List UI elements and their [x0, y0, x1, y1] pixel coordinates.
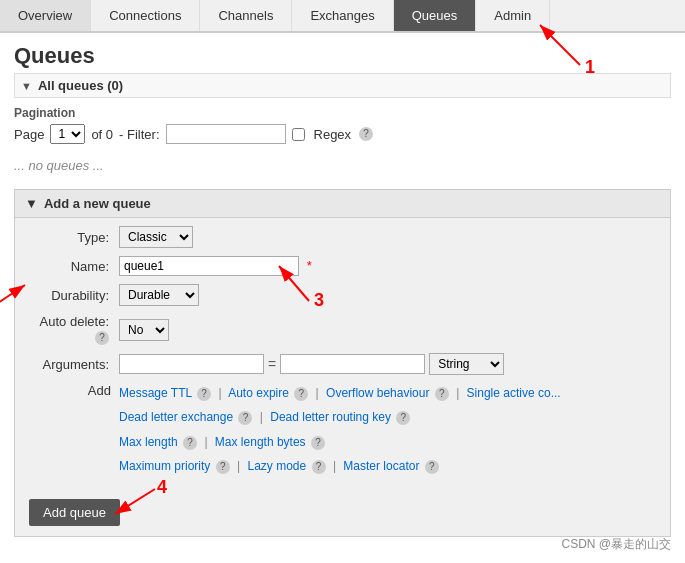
no-queues-message: ... no queues ... [14, 154, 671, 177]
add-queue-section: ▼ Add a new queue 2 Type: [14, 189, 671, 537]
args-value-input[interactable] [280, 354, 425, 374]
top-navigation: Overview Connections Channels Exchanges … [0, 0, 685, 33]
pagination-label: Pagination [14, 106, 671, 120]
page-title: Queues [14, 43, 671, 69]
all-queues-header[interactable]: ▼ All queues (0) [14, 73, 671, 98]
shortcut-message-ttl[interactable]: Message TTL [119, 386, 192, 400]
shortcut-auto-expire[interactable]: Auto expire [228, 386, 289, 400]
type-control: Classic Quorum [119, 226, 193, 248]
pagination-row: Page 1 of 0 - Filter: Regex ? [14, 124, 671, 144]
shortcut-overflow[interactable]: Overflow behaviour [326, 386, 429, 400]
watermark: CSDN @暴走的山交 [561, 536, 671, 553]
sep1: | [218, 386, 221, 400]
add-links-row1: Add Message TTL ? | Auto expire ? | Over… [29, 383, 656, 403]
durability-label: Durability: [29, 288, 119, 303]
auto-expire-help-icon[interactable]: ? [294, 387, 308, 401]
all-queues-label: All queues (0) [38, 78, 123, 93]
sep6: | [237, 459, 240, 473]
add-link-items-row3: Max length ? | Max length bytes ? [119, 432, 656, 452]
sep5: | [204, 435, 207, 449]
name-row: Name: * 3 [29, 256, 656, 276]
add-queue-btn-row: Add queue 4 [15, 489, 670, 536]
overflow-help-icon[interactable]: ? [435, 387, 449, 401]
durability-row: Durability: Durable Transient [29, 284, 656, 306]
max-length-bytes-help-icon[interactable]: ? [311, 436, 325, 450]
auto-delete-help-icon[interactable]: ? [95, 331, 109, 345]
page-label: Page [14, 127, 44, 142]
name-label: Name: [29, 259, 119, 274]
regex-label: Regex [314, 127, 352, 142]
durability-control: Durable Transient [119, 284, 199, 306]
max-priority-help-icon[interactable]: ? [216, 460, 230, 474]
arguments-inputs: = String Number Boolean [119, 353, 504, 375]
nav-queues[interactable]: Queues [394, 0, 477, 31]
add-link-items-row4: Maximum priority ? | Lazy mode ? | Maste… [119, 456, 656, 476]
add-queue-collapse-icon: ▼ [25, 196, 38, 211]
sep3: | [456, 386, 459, 400]
max-length-help-icon[interactable]: ? [183, 436, 197, 450]
auto-delete-select[interactable]: No Yes [119, 319, 169, 341]
regex-checkbox[interactable] [292, 128, 305, 141]
type-row: Type: Classic Quorum [29, 226, 656, 248]
add-queue-button[interactable]: Add queue [29, 499, 120, 526]
shortcut-max-length[interactable]: Max length [119, 435, 178, 449]
durability-select[interactable]: Durable Transient [119, 284, 199, 306]
shortcut-dead-letter-routing[interactable]: Dead letter routing key [270, 410, 391, 424]
lazy-mode-help-icon[interactable]: ? [312, 460, 326, 474]
sep2: | [316, 386, 319, 400]
dle-help-icon[interactable]: ? [238, 411, 252, 425]
add-shortcut-label: Add [29, 383, 119, 398]
nav-overview[interactable]: Overview [0, 0, 91, 31]
type-select[interactable]: Classic Quorum [119, 226, 193, 248]
main-content: Queues ▼ All queues (0) Pagination Page … [0, 33, 685, 547]
shortcut-max-length-bytes[interactable]: Max length bytes [215, 435, 306, 449]
auto-delete-control: No Yes [119, 319, 169, 341]
nav-channels[interactable]: Channels [200, 0, 292, 31]
add-queue-header[interactable]: ▼ Add a new queue [15, 190, 670, 218]
form-body: Type: Classic Quorum Name: * [15, 218, 670, 489]
pagination-section: Pagination Page 1 of 0 - Filter: Regex ? [14, 106, 671, 144]
type-label: Type: [29, 230, 119, 245]
add-link-items-row1: Message TTL ? | Auto expire ? | Overflow… [119, 383, 656, 403]
nav-exchanges[interactable]: Exchanges [292, 0, 393, 31]
sep4: | [260, 410, 263, 424]
arguments-label: Arguments: [29, 357, 119, 372]
add-links-row2: Dead letter exchange ? | Dead letter rou… [29, 407, 656, 427]
collapse-arrow-icon: ▼ [21, 80, 32, 92]
regex-help-icon[interactable]: ? [359, 127, 373, 141]
shortcut-single-active[interactable]: Single active co... [467, 386, 561, 400]
shortcut-max-priority[interactable]: Maximum priority [119, 459, 210, 473]
auto-delete-row: Auto delete: ? No Yes [29, 314, 656, 345]
args-type-select[interactable]: String Number Boolean [429, 353, 504, 375]
required-star: * [307, 258, 312, 273]
equals-sign: = [268, 356, 276, 372]
master-locator-help-icon[interactable]: ? [425, 460, 439, 474]
filter-input[interactable] [166, 124, 286, 144]
shortcut-dead-letter-exchange[interactable]: Dead letter exchange [119, 410, 233, 424]
shortcut-master-locator[interactable]: Master locator [343, 459, 419, 473]
nav-connections[interactable]: Connections [91, 0, 200, 31]
of-label: of 0 [91, 127, 113, 142]
args-key-input[interactable] [119, 354, 264, 374]
name-control: * [119, 256, 312, 276]
page-select[interactable]: 1 [50, 124, 85, 144]
auto-delete-label: Auto delete: ? [29, 314, 119, 345]
name-input[interactable] [119, 256, 299, 276]
message-ttl-help-icon[interactable]: ? [197, 387, 211, 401]
nav-admin[interactable]: Admin [476, 0, 550, 31]
add-links-row4: Maximum priority ? | Lazy mode ? | Maste… [29, 456, 656, 476]
arguments-row: Arguments: = String Number Boolean [29, 353, 656, 375]
filter-label: - Filter: [119, 127, 159, 142]
add-links-row3: Max length ? | Max length bytes ? [29, 432, 656, 452]
add-link-items-row2: Dead letter exchange ? | Dead letter rou… [119, 407, 656, 427]
sep7: | [333, 459, 336, 473]
add-queue-title: Add a new queue [44, 196, 151, 211]
shortcut-lazy-mode[interactable]: Lazy mode [248, 459, 307, 473]
dlrk-help-icon[interactable]: ? [396, 411, 410, 425]
